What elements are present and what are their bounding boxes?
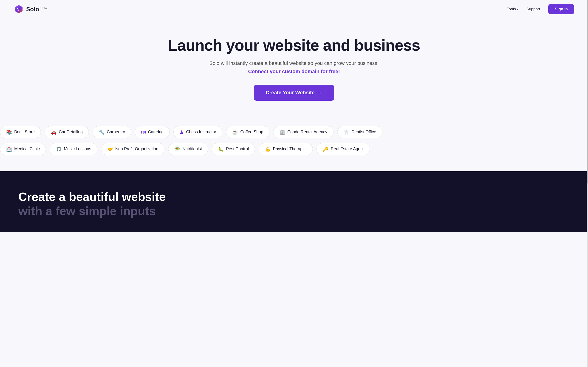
category-chip[interactable]: 🎵Music Lessons — [50, 143, 97, 155]
category-row-2: 🏥Medical Clinic🎵Music Lessons🤝Non Profit… — [0, 141, 588, 158]
sign-in-button[interactable]: Sign In — [548, 4, 574, 14]
chip-icon: 🥗 — [174, 146, 180, 152]
chip-icon: 🚗 — [51, 129, 57, 135]
chip-icon: 🎵 — [56, 146, 61, 152]
chip-icon: 🏥 — [6, 146, 12, 152]
category-chip[interactable]: 📚Book Store — [0, 126, 41, 138]
category-chip[interactable]: 🥗Nutritionist — [168, 143, 208, 155]
chip-icon: ☕ — [232, 129, 238, 135]
svg-text:S: S — [17, 7, 19, 11]
chip-icon: 🔑 — [323, 146, 329, 152]
hero-link[interactable]: Connect your custom domain for free! — [9, 69, 579, 75]
cta-arrow-icon: → — [317, 90, 322, 96]
scroll-thumb[interactable] — [587, 0, 588, 184]
dark-section-title: Create a beautiful website — [18, 190, 570, 204]
dark-section: Create a beautiful website with a few si… — [0, 171, 588, 232]
chip-icon: 🍽 — [141, 129, 146, 135]
chip-label: Car Detailing — [59, 130, 83, 134]
hero-title: Launch your website and business — [9, 37, 579, 54]
category-chip[interactable]: 🏢Condo Rental Agency — [273, 126, 334, 138]
chip-icon: 🤝 — [107, 146, 113, 152]
beta-badge: BETA — [40, 7, 47, 9]
chip-icon: 🦷 — [343, 129, 349, 135]
category-chip[interactable]: 🦷Dentist Office — [337, 126, 382, 138]
chip-label: Non Profit Organization — [115, 147, 158, 151]
nav-right: Tools ▾ Support Sign In — [507, 4, 574, 14]
chip-label: Medical Clinic — [14, 147, 40, 151]
chip-label: Music Lessons — [64, 147, 91, 151]
chip-icon: 🔧 — [99, 129, 104, 135]
logo-text: SoloBETA — [26, 6, 47, 13]
chip-label: Coffee Shop — [240, 130, 263, 134]
scrollbar[interactable] — [587, 0, 588, 232]
chip-label: Chess Instructor — [186, 130, 216, 134]
logo-icon: S — [14, 4, 24, 14]
chip-icon: 🐛 — [218, 146, 224, 152]
tools-menu[interactable]: Tools ▾ — [507, 7, 518, 11]
chip-label: Carpentry — [107, 130, 125, 134]
chip-label: Condo Rental Agency — [287, 130, 327, 134]
tools-chevron-icon: ▾ — [517, 8, 518, 11]
category-chip[interactable]: 🚗Car Detailing — [44, 126, 89, 138]
chip-icon: 💪 — [265, 146, 271, 152]
category-chip[interactable]: 🔑Real Estate Agent — [317, 143, 370, 155]
chip-label: Dentist Office — [351, 130, 376, 134]
chip-label: Catering — [148, 130, 164, 134]
chip-icon: 🏢 — [279, 129, 285, 135]
category-chip[interactable]: 💪Physical Therapist — [259, 143, 313, 155]
chip-label: Book Store — [14, 130, 35, 134]
category-chip[interactable]: 🐛Pest Control — [212, 143, 255, 155]
chip-label: Physical Therapist — [273, 147, 307, 151]
category-row-1: 📚Book Store🚗Car Detailing🔧Carpentry🍽Cate… — [0, 124, 588, 141]
categories-section: 📚Book Store🚗Car Detailing🔧Carpentry🍽Cate… — [0, 115, 588, 171]
hero-section: Launch your website and business Solo wi… — [0, 18, 588, 115]
category-chip[interactable]: 🤝Non Profit Organization — [101, 143, 164, 155]
dark-section-subtitle: with a few simple inputs — [18, 204, 570, 218]
chip-label: Nutritionist — [182, 147, 202, 151]
cta-label: Create Your Website — [266, 90, 315, 96]
category-chip[interactable]: 🔧Carpentry — [93, 126, 131, 138]
category-chip[interactable]: 🏥Medical Clinic — [0, 143, 46, 155]
navbar: S SoloBETA Tools ▾ Support Sign In — [0, 0, 588, 18]
category-chip[interactable]: ♟Chess Instructor — [173, 126, 222, 138]
logo-area: S SoloBETA — [14, 4, 47, 14]
chip-icon: 📚 — [6, 129, 12, 135]
hero-subtitle: Solo will instantly create a beautiful w… — [9, 60, 579, 66]
cta-button[interactable]: Create Your Website → — [254, 85, 334, 101]
category-chip[interactable]: ☕Coffee Shop — [226, 126, 269, 138]
category-chip[interactable]: 🍽Catering — [135, 126, 170, 138]
support-link[interactable]: Support — [527, 7, 540, 11]
chip-icon: ♟ — [180, 129, 184, 135]
chip-label: Pest Control — [226, 147, 249, 151]
chip-label: Real Estate Agent — [331, 147, 364, 151]
